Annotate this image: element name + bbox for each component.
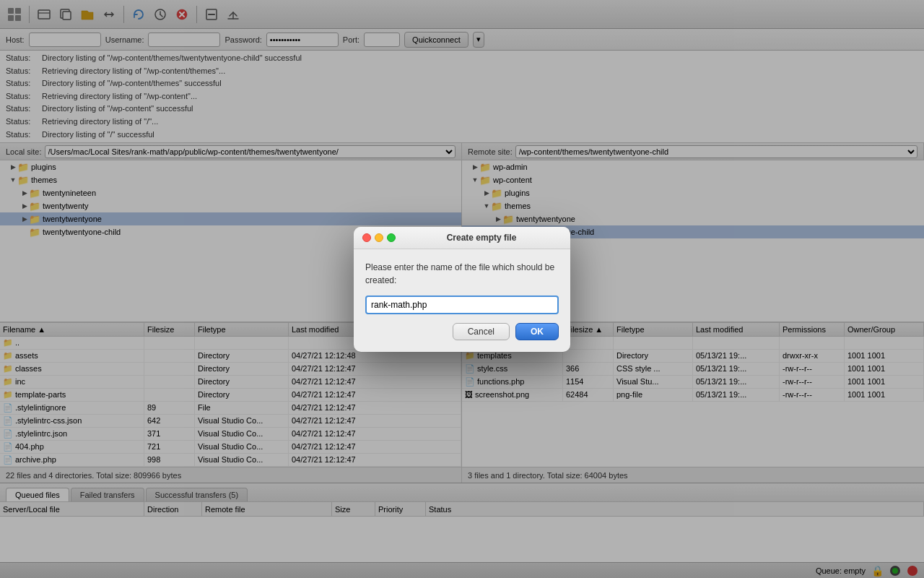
cancel-button[interactable]: Cancel	[453, 323, 510, 340]
dialog-title: Create empty file	[401, 233, 562, 243]
filename-input[interactable]	[365, 296, 559, 314]
dialog-titlebar: Create empty file	[354, 227, 570, 249]
dialog-buttons: Cancel OK	[365, 323, 559, 340]
dialog-message: Please enter the name of the file which …	[365, 261, 559, 287]
dialog-overlay: Create empty file Please enter the name …	[0, 0, 924, 578]
create-file-dialog: Create empty file Please enter the name …	[354, 227, 570, 352]
close-button[interactable]	[362, 233, 371, 242]
dialog-body: Please enter the name of the file which …	[354, 249, 570, 352]
minimize-button[interactable]	[375, 233, 383, 242]
zoom-button[interactable]	[387, 233, 396, 242]
traffic-lights	[362, 233, 396, 242]
ok-button[interactable]: OK	[515, 323, 559, 340]
